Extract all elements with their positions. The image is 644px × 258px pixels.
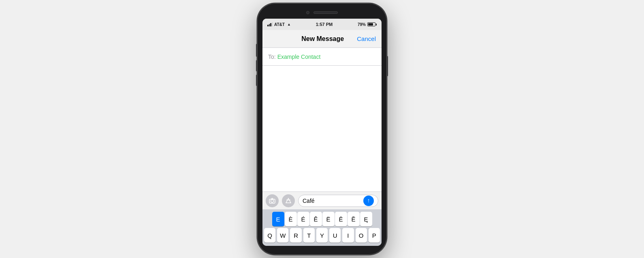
key-t[interactable]: T	[303, 228, 315, 243]
status-right: 79%	[358, 22, 377, 27]
accent-key-ebreve[interactable]: Ĕ	[348, 212, 360, 226]
carrier-label: AT&T	[274, 22, 285, 27]
to-field[interactable]: To: Example Contact	[262, 48, 382, 66]
input-toolbar: Café ↑	[262, 191, 382, 209]
accent-key-eumlaut[interactable]: Ë	[322, 212, 335, 226]
to-label: To:	[268, 54, 276, 60]
accent-key-eacute[interactable]: É	[297, 212, 309, 226]
wifi-icon: ▲	[287, 22, 291, 26]
phone-top-bar	[257, 6, 387, 19]
phone-device: AT&T ▲ 1:57 PM 79% New Message Cancel	[257, 3, 387, 255]
svg-point-0	[271, 200, 274, 202]
earpiece-speaker	[313, 11, 338, 14]
key-i[interactable]: I	[342, 228, 354, 243]
message-input[interactable]: Café ↑	[298, 195, 378, 207]
navigation-bar: New Message Cancel	[262, 30, 382, 48]
key-y[interactable]: Y	[316, 228, 328, 243]
input-text[interactable]: Café	[303, 198, 363, 204]
keyboard[interactable]: E È É Ê Ë Ē Ĕ Ę Q W R T Y U I O P	[262, 209, 382, 246]
status-time: 1:57 PM	[316, 22, 333, 27]
battery-percent-label: 79%	[358, 22, 366, 27]
cancel-button[interactable]: Cancel	[357, 35, 376, 42]
accent-key-e-highlighted[interactable]: E	[272, 212, 284, 226]
status-left: AT&T ▲	[267, 22, 291, 27]
front-camera	[306, 11, 309, 14]
accent-key-emacron[interactable]: Ē	[335, 212, 347, 226]
status-bar: AT&T ▲ 1:57 PM 79%	[262, 19, 382, 30]
signal-icon	[267, 22, 273, 26]
accent-popup-row: E È É Ê Ë Ē Ĕ Ę	[264, 212, 380, 226]
camera-button[interactable]	[266, 194, 279, 207]
to-contact-chip[interactable]: Example Contact	[277, 54, 321, 60]
key-w[interactable]: W	[277, 228, 288, 243]
keyboard-row-1: Q W R T Y U I O P	[264, 228, 380, 243]
send-arrow-icon: ↑	[367, 198, 370, 203]
accent-key-eogonek[interactable]: Ę	[360, 212, 372, 226]
key-p[interactable]: P	[369, 228, 380, 243]
key-q[interactable]: Q	[264, 228, 275, 243]
accent-key-ecircumflex[interactable]: Ê	[310, 212, 322, 226]
nav-title: New Message	[301, 35, 344, 43]
battery-icon	[367, 22, 377, 26]
message-compose-area[interactable]	[262, 66, 382, 191]
send-button[interactable]: ↑	[363, 196, 374, 206]
volume-down-button[interactable]	[256, 75, 257, 86]
key-o[interactable]: O	[356, 228, 367, 243]
volume-up-button[interactable]	[256, 60, 257, 71]
appstore-button[interactable]	[282, 194, 295, 207]
phone-screen: AT&T ▲ 1:57 PM 79% New Message Cancel	[262, 19, 382, 246]
key-r[interactable]: R	[290, 228, 301, 243]
key-u[interactable]: U	[329, 228, 341, 243]
accent-key-egrave[interactable]: È	[285, 212, 297, 226]
